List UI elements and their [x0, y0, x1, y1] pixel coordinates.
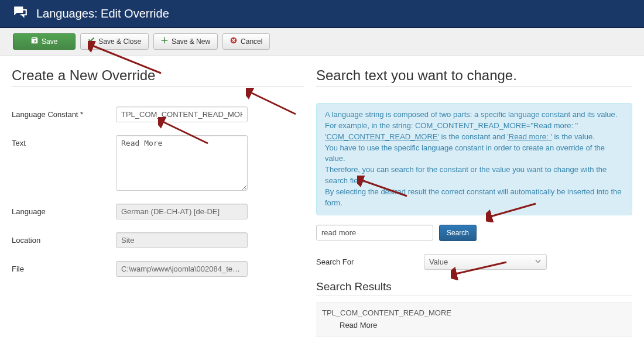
file-value: C:\wamp\www\joomla\002084_test2 [116, 261, 248, 277]
save-button-label: Save [42, 37, 57, 46]
info-line-3: You have to use the specific language co… [325, 143, 624, 165]
comment-icon [13, 5, 28, 22]
results-heading: Search Results [316, 280, 632, 296]
info-const-link[interactable]: 'COM_CONTENT_READ_MORE' [325, 132, 439, 141]
location-value: Site [116, 232, 248, 248]
info-end: is the value. [552, 132, 595, 141]
check-icon [88, 37, 95, 46]
search-for-select[interactable]: Value [424, 254, 547, 270]
cancel-icon [230, 37, 237, 46]
save-new-button[interactable]: Save & New [153, 33, 218, 50]
search-for-label: Search For [316, 257, 424, 266]
left-column: Create a New Override Language Constant … [12, 61, 304, 340]
title-bar: Languages: Edit Override [0, 0, 644, 28]
info-line-2a: For example, in the string: COM_CONTENT_… [325, 121, 624, 132]
info-alert: A language string is composed of two par… [316, 103, 632, 215]
info-line-4: Therefore, you can search for the consta… [325, 164, 624, 187]
right-heading: Search text you want to change. [316, 67, 632, 87]
page-title: Languages: Edit Override [36, 7, 169, 20]
search-for-selected: Value [424, 254, 547, 270]
left-heading: Create a New Override [12, 67, 304, 87]
file-label: File [12, 261, 116, 273]
text-input[interactable]: Read More [116, 135, 248, 191]
language-value: German (DE-CH-AT) [de-DE] [116, 204, 248, 219]
lang-constant-label: Language Constant * [12, 107, 116, 119]
right-column: Search text you want to change. A langua… [316, 61, 632, 340]
result-list: TPL_COM_CONTENT_READ_MORE Read More TPL_… [316, 302, 632, 340]
info-mid: is the constant and [439, 132, 507, 141]
info-line-1: A language string is composed of two par… [325, 109, 624, 121]
search-button[interactable]: Search [439, 225, 477, 241]
info-line-5: By selecting the desired result the corr… [325, 187, 624, 209]
cancel-label: Cancel [241, 37, 262, 46]
info-val-link[interactable]: 'Read more: ' [507, 132, 552, 141]
save-close-label: Save & Close [98, 37, 141, 46]
search-input[interactable] [316, 225, 433, 241]
save-icon [31, 37, 38, 46]
result-item[interactable]: TPL_COM_CONTENT_READ_MORE Read More [316, 303, 632, 337]
cancel-button[interactable]: Cancel [222, 33, 270, 50]
location-label: Location [12, 232, 116, 245]
chevron-down-icon [535, 257, 541, 266]
save-button[interactable]: Save [13, 33, 76, 50]
result-item[interactable]: TPL_COM_CONTENT_READ_MORE_TITLE Read Mor… [316, 337, 632, 340]
plus-icon [161, 37, 168, 46]
save-new-label: Save & New [172, 37, 210, 46]
save-close-button[interactable]: Save & Close [80, 33, 149, 50]
toolbar: Save Save & Close Save & New Cancel [0, 28, 644, 56]
text-label: Text [12, 135, 116, 147]
info-line-2b: 'COM_CONTENT_READ_MORE' is the constant … [325, 132, 624, 143]
result-value: Read More [322, 317, 626, 329]
lang-constant-input[interactable] [116, 107, 248, 122]
language-label: Language [12, 204, 116, 216]
result-constant: TPL_COM_CONTENT_READ_MORE [322, 308, 626, 317]
